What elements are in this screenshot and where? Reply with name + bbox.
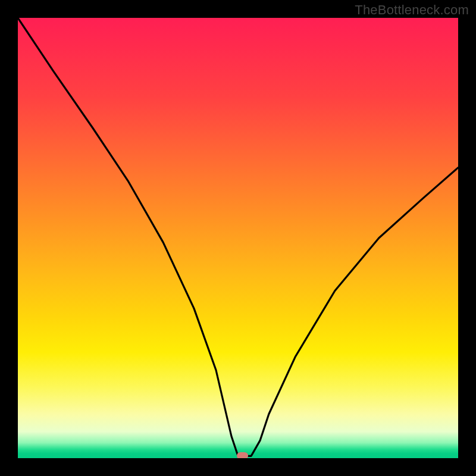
optimum-marker xyxy=(237,452,248,458)
watermark-text: TheBottleneck.com xyxy=(355,2,469,18)
curve-path xyxy=(18,18,458,456)
chart-frame: TheBottleneck.com xyxy=(0,0,476,476)
curve-svg xyxy=(18,18,458,458)
plot-area xyxy=(18,18,458,458)
